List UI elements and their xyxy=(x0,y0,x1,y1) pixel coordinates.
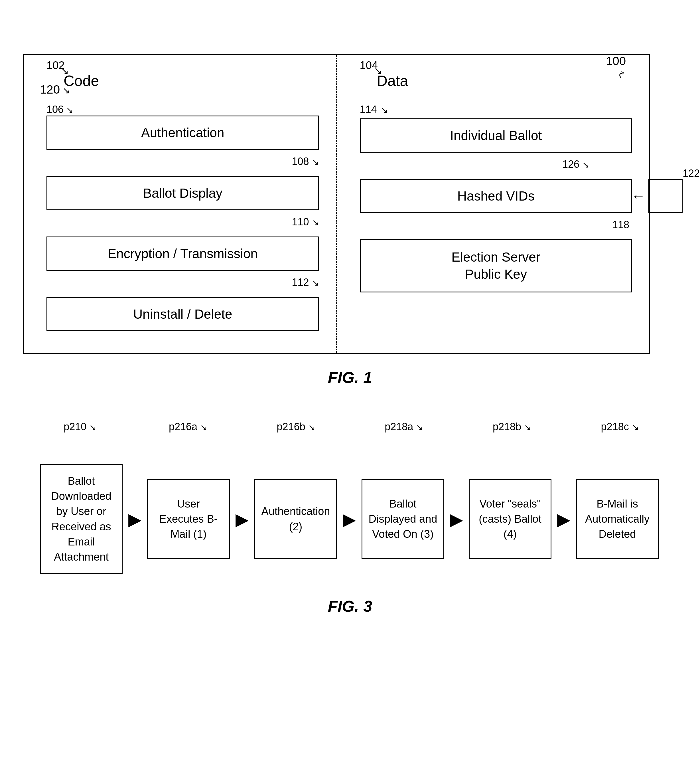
label-122: 122 xyxy=(683,168,700,179)
flow-label-p218a: p218a ↘ xyxy=(364,421,444,436)
label-114: 114 ↘ xyxy=(360,104,632,116)
external-box-122 xyxy=(648,179,683,213)
outer-box: 102 ↘ Code 106 ↘ Authentication 108 xyxy=(23,54,650,354)
page-container: 100 ⤶ 120 ↘ 102 ↘ Code 106 ↘ xyxy=(0,0,700,633)
label-118: 118 xyxy=(360,219,632,231)
fig1-caption: FIG. 1 xyxy=(23,368,677,386)
flow-labels-row: p210 ↘ p216a ↘ p216b ↘ p218a ↘ xyxy=(23,421,677,436)
flow-box-p218a: Ballot Displayed and Voted On (3) xyxy=(362,479,444,559)
flowchart: Ballot Downloaded by User or Received as… xyxy=(23,464,677,574)
flow-label-p216b: p216b ↘ xyxy=(256,421,336,436)
flow-label-p216a: p216a ↘ xyxy=(148,421,228,436)
flow-box-p218b: Voter "seals" (casts) Ballot (4) xyxy=(469,479,551,559)
data-boxes: Individual Ballot 126 ↘ Hashed VIDs ← xyxy=(360,119,632,293)
flow-arrow-3: ▶ xyxy=(343,509,356,529)
code-section: 102 ↘ Code 106 ↘ Authentication 108 xyxy=(24,55,337,353)
label-112: 112 ↘ xyxy=(46,277,319,288)
label-108: 108 ↘ xyxy=(46,155,319,168)
code-num-106: 106 ↘ xyxy=(46,104,319,116)
flow-item-p210: Ballot Downloaded by User or Received as… xyxy=(40,464,123,574)
data-section-label: 104 ↘ Data xyxy=(360,72,632,89)
flow-label-p218c: p218c ↘ xyxy=(580,421,660,436)
flow-arrow-2: ▶ xyxy=(235,509,249,529)
code-boxes: Authentication 108 ↘ Ballot Display 110 … xyxy=(46,116,319,331)
flow-arrow-4: ▶ xyxy=(450,509,463,529)
flow-box-p210: Ballot Downloaded by User or Received as… xyxy=(40,464,123,574)
fig3-caption: FIG. 3 xyxy=(23,597,677,616)
ext-box-arrow: ← 122 xyxy=(631,179,683,213)
data-individual-ballot: Individual Ballot xyxy=(360,119,632,153)
label-126: 126 ↘ xyxy=(360,158,632,170)
data-section: 104 ↘ Data 114 ↘ Individual Ballot 126 xyxy=(337,55,649,353)
data-election-server: Election Server Public Key xyxy=(360,239,632,293)
data-hashed-vids: Hashed VIDs ← 122 xyxy=(360,179,632,213)
flow-item-p216a: User Executes B-Mail (1) xyxy=(147,479,230,559)
flow-box-p216b: Authentication (2) xyxy=(254,479,337,559)
flow-item-p218c: B-Mail is Automatically Deleted xyxy=(576,479,659,559)
flow-label-p218b: p218b ↘ xyxy=(472,421,552,436)
flow-box-p216a: User Executes B-Mail (1) xyxy=(147,479,230,559)
code-section-label: 102 ↘ Code xyxy=(46,72,319,89)
fig1-section: 100 ⤶ 120 ↘ 102 ↘ Code 106 ↘ xyxy=(23,54,677,386)
label-110: 110 ↘ xyxy=(46,216,319,228)
fig3-section: p210 ↘ p216a ↘ p216b ↘ p218a ↘ xyxy=(23,421,677,616)
flow-item-p218a: Ballot Displayed and Voted On (3) xyxy=(362,479,444,559)
code-title: Code xyxy=(63,73,99,89)
module-encryption: Encryption / Transmission xyxy=(46,236,319,271)
module-uninstall: Uninstall / Delete xyxy=(46,297,319,331)
flow-label-p210: p210 ↘ xyxy=(40,421,120,436)
flow-arrow-5: ▶ xyxy=(557,509,570,529)
flow-item-p218b: Voter "seals" (casts) Ballot (4) xyxy=(469,479,551,559)
module-auth: Authentication xyxy=(46,116,319,150)
flow-item-p216b: Authentication (2) xyxy=(254,479,337,559)
module-ballot-display: Ballot Display xyxy=(46,176,319,210)
flow-arrow-1: ▶ xyxy=(128,509,141,529)
flow-box-p218c: B-Mail is Automatically Deleted xyxy=(576,479,659,559)
